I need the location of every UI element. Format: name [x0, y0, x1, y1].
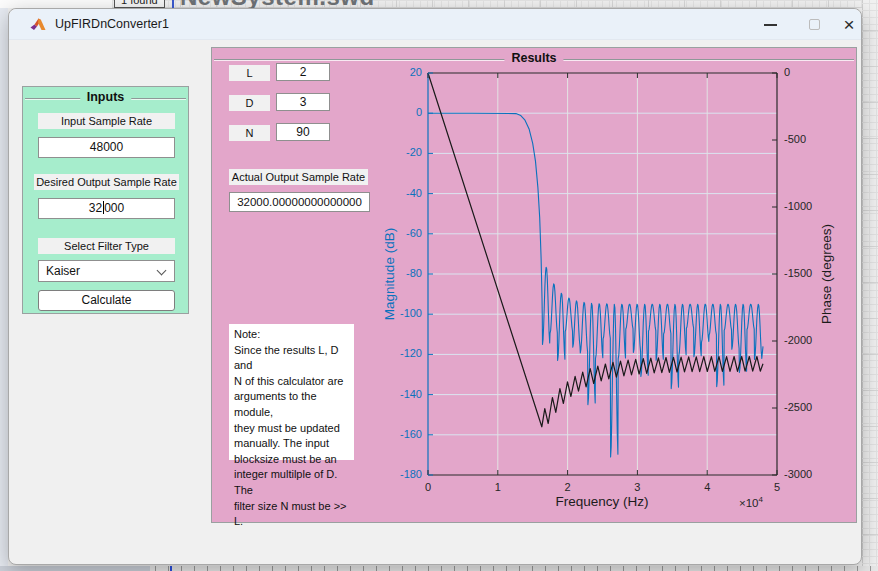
left-tick-label: -180 [380, 468, 422, 480]
field-text-before-caret: 32 [89, 201, 102, 215]
actual-output-sample-rate-label: Actual Output Sample Rate [229, 169, 368, 185]
desired-output-sample-rate-field[interactable]: 32000 [38, 198, 175, 219]
results-panel-title: Results [504, 51, 563, 65]
left-tick-label: -160 [380, 428, 422, 440]
bottom-tick-label: 4 [692, 481, 722, 493]
right-tick-label: -3000 [784, 468, 830, 480]
bottom-tick-label: 1 [483, 481, 513, 493]
bottom-tick-label: 0 [413, 481, 443, 493]
titlebar[interactable]: UpFIRDnConverter1 × [9, 9, 861, 40]
filter-type-label: Select Filter Type [38, 238, 175, 254]
maximize-icon [809, 19, 820, 30]
input-sample-rate-label: Input Sample Rate [38, 113, 175, 129]
left-tick-label: -140 [380, 388, 422, 400]
left-tick-label: 20 [380, 66, 422, 78]
results-panel: Results L 2 D 3 N 90 Actual Output Sampl… [211, 47, 857, 523]
right-tick-label: -1000 [784, 200, 830, 212]
app-window: UpFIRDnConverter1 × Inputs Input Sample … [8, 8, 862, 565]
window-title: UpFIRDnConverter1 [55, 17, 169, 31]
background-toolbar-left [0, 0, 112, 8]
result-d-label: D [229, 95, 270, 111]
result-n-value[interactable]: 90 [276, 123, 330, 141]
input-sample-rate-field[interactable]: 48000 [38, 137, 175, 158]
ruler-left-segment [0, 566, 150, 571]
background-grid-right [862, 0, 878, 571]
inputs-panel: Inputs Input Sample Rate 48000 Desired O… [22, 86, 189, 314]
result-l-value[interactable]: 2 [276, 63, 330, 81]
result-n-label: N [229, 125, 270, 141]
left-tick-label: 0 [380, 106, 422, 118]
x-axis-label: Frequency (Hz) [555, 494, 648, 509]
maximize-button[interactable] [793, 9, 835, 40]
filter-type-selected-value: Kaiser [46, 264, 80, 278]
left-tick-label: -20 [380, 146, 422, 158]
left-tick-label: -40 [380, 187, 422, 199]
background-separator [172, 0, 174, 8]
bottom-tick-label: 2 [553, 481, 583, 493]
calculate-button[interactable]: Calculate [38, 290, 175, 311]
desired-output-sample-rate-label: Desired Output Sample Rate [34, 174, 179, 190]
right-tick-label: -2000 [784, 334, 830, 346]
left-tick-label: -120 [380, 347, 422, 359]
result-l-label: L [229, 65, 270, 81]
inputs-panel-title: Inputs [80, 90, 132, 104]
matlab-app-icon [30, 17, 46, 33]
bottom-tick-label: 5 [762, 481, 792, 493]
filter-type-dropdown[interactable]: Kaiser [38, 260, 175, 282]
minimize-button[interactable] [749, 9, 791, 40]
desktop-background: 1 found NewSystem.swd UpFIRDnConverter1 [0, 0, 878, 571]
right-tick-label: -2500 [784, 401, 830, 413]
field-text-after-caret: 000 [104, 201, 124, 215]
background-search-result: 1 found [114, 0, 165, 8]
right-axis-label: Phase (degrees) [819, 224, 834, 324]
ruler-marker [170, 566, 172, 571]
right-tick-label: 0 [784, 66, 830, 78]
right-tick-label: -500 [784, 133, 830, 145]
chevron-down-icon [157, 266, 167, 276]
close-button[interactable]: × [835, 9, 863, 40]
minimize-icon [764, 24, 777, 26]
close-icon: × [843, 15, 854, 34]
filter-response-plot[interactable] [428, 73, 777, 475]
background-canvas-title: NewSystem.swd [180, 0, 375, 8]
bottom-tick-label: 3 [622, 481, 652, 493]
ruler-ticks [155, 566, 878, 571]
background-toolbar-strip: 1 found NewSystem.swd [0, 0, 878, 8]
left-axis-label: Magnitude (dB) [382, 228, 397, 320]
background-ruler [0, 566, 878, 571]
result-d-value[interactable]: 3 [276, 93, 330, 111]
actual-output-sample-rate-value[interactable]: 32000.00000000000000 [229, 192, 370, 212]
note-text: Note: Since the results L, D and N of th… [229, 324, 354, 460]
x-axis-exponent: ×104 [739, 495, 763, 509]
background-left-strip [0, 8, 8, 571]
